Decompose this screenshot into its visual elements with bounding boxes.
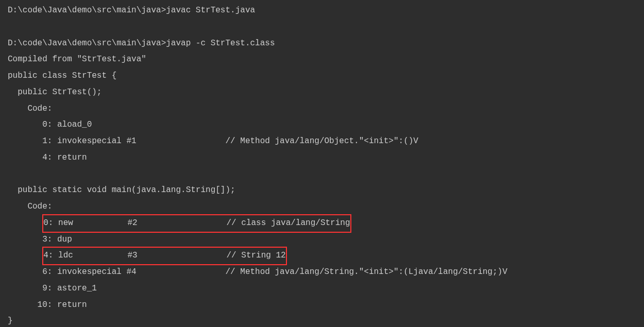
bytecode-line: 9: astore_1: [8, 281, 636, 297]
compiled-from: Compiled from "StrTest.java": [8, 51, 636, 68]
bytecode-line: 1: invokespecial #1 // Method java/lang/…: [8, 133, 636, 150]
highlight-box: 4: ldc #3 // String 12: [42, 247, 286, 265]
indent: [8, 248, 42, 264]
class-declaration: public class StrTest {: [8, 68, 636, 84]
empty-line: [8, 19, 636, 36]
bytecode-line: 3: dup: [8, 232, 636, 248]
command-line-1: D:\code\Java\demo\src\main\java>javac St…: [8, 3, 636, 19]
bytecode-line: 6: invokespecial #4 // Method java/lang/…: [8, 264, 636, 281]
constructor-signature: public StrTest();: [8, 84, 636, 101]
code-label: Code:: [8, 199, 636, 215]
bytecode-line: 4: return: [8, 150, 636, 166]
highlighted-line-wrapper: 4: ldc #3 // String 12: [8, 248, 636, 264]
main-signature: public static void main(java.lang.String…: [8, 182, 636, 199]
command-text: javap -c StrTest.class: [166, 39, 275, 48]
class-end: }: [8, 313, 636, 327]
empty-line: [8, 166, 636, 183]
bytecode-line: 10: return: [8, 297, 636, 314]
bytecode-line: 0: aload_0: [8, 117, 636, 133]
code-label: Code:: [8, 101, 636, 117]
highlight-box: 0: new #2 // class java/lang/String: [42, 214, 351, 233]
prompt-path: D:\code\Java\demo\src\main\java>: [8, 39, 166, 48]
indent: [8, 215, 42, 232]
terminal-output: D:\code\Java\demo\src\main\java>javac St…: [0, 0, 644, 327]
highlighted-line-wrapper: 0: new #2 // class java/lang/String: [8, 215, 636, 232]
command-text: javac StrTest.java: [166, 6, 255, 15]
prompt-path: D:\code\Java\demo\src\main\java>: [8, 6, 166, 15]
command-line-2: D:\code\Java\demo\src\main\java>javap -c…: [8, 36, 636, 52]
